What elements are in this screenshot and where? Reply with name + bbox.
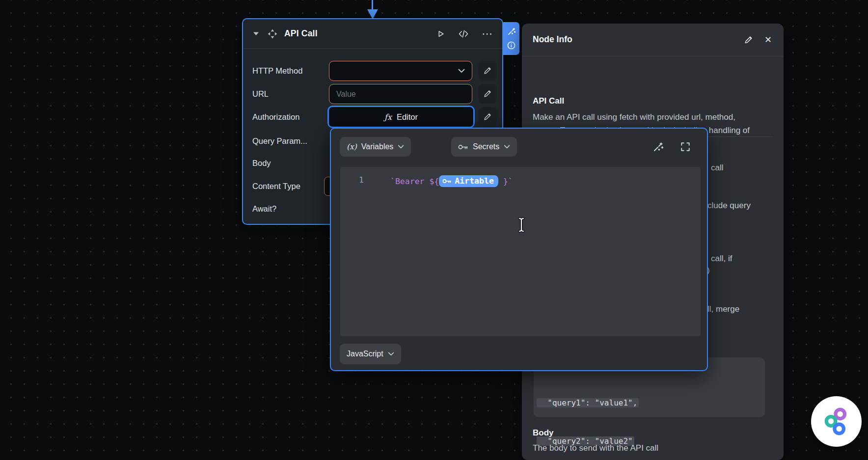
code-line-text: "query1": "value1", — [537, 398, 639, 407]
clipped-text-fragment: ll, merge — [707, 304, 739, 314]
panel-edit-button[interactable] — [744, 35, 753, 45]
info-icon[interactable] — [507, 41, 516, 50]
chevron-down-icon — [398, 145, 404, 149]
fx-icon: ƒx — [384, 112, 392, 122]
authorization-editor-wrap: ƒx Editor — [327, 106, 475, 128]
content-type-label: Content Type — [252, 176, 300, 196]
expression-editor-popup: (x) Variables Secrets — [330, 128, 708, 371]
code-suffix: }` — [498, 177, 513, 186]
http-method-edit-button[interactable] — [478, 61, 497, 81]
fullscreen-icon[interactable] — [680, 141, 691, 152]
body-section-heading: Body — [533, 428, 554, 438]
body-label: Body — [252, 153, 271, 173]
code-text: `Bearer ${ Airtable }` — [390, 175, 513, 187]
canvas[interactable]: API Call ⋯ HTTP Method — [0, 0, 868, 460]
chevron-down-icon — [388, 352, 394, 356]
authorization-label: Authorization — [252, 107, 299, 127]
code-editor-line: 1 `Bearer ${ Airtable }` — [340, 175, 701, 187]
panel-title: Node Info — [533, 34, 572, 45]
node-type-icon — [267, 28, 278, 39]
clipped-text-fragment: call, if — [711, 254, 732, 264]
clipped-text-fragment: clude query — [707, 201, 751, 211]
language-dropdown[interactable]: JavaScript — [340, 344, 401, 364]
http-method-row: HTTP Method — [243, 61, 502, 81]
magic-wand-icon[interactable] — [507, 27, 516, 36]
http-method-label: HTTP Method — [252, 61, 302, 81]
ai-generate-button[interactable] — [652, 141, 664, 153]
secret-chip-label: Airtable — [455, 176, 493, 186]
editor-button-label: Editor — [397, 112, 418, 122]
url-input[interactable] — [329, 84, 472, 104]
body-section-description: The body to send with the API call — [533, 441, 658, 455]
collapse-chevron-icon[interactable] — [253, 31, 259, 36]
authorization-editor-button[interactable]: ƒx Editor — [329, 107, 473, 127]
buildship-logo[interactable] — [811, 396, 862, 447]
line-number: 1 — [356, 175, 364, 187]
secrets-label: Secrets — [473, 142, 499, 151]
run-node-button[interactable] — [435, 29, 445, 39]
authorization-edit-button[interactable] — [478, 107, 497, 127]
chevron-down-icon — [458, 69, 465, 73]
query-params-label: Query Param... — [252, 131, 307, 151]
chevron-down-icon — [504, 145, 510, 149]
node-header: API Call ⋯ — [243, 19, 502, 49]
await-label: Await? — [252, 199, 276, 219]
key-icon — [458, 144, 468, 150]
node-title: API Call — [284, 28, 423, 39]
connection-arrow-icon — [367, 9, 378, 19]
variables-label: Variables — [361, 142, 394, 151]
authorization-row: Authorization ƒx Editor — [243, 107, 502, 127]
code-prefix: `Bearer ${ — [390, 177, 439, 186]
connection-line — [372, 0, 373, 10]
language-label: JavaScript — [347, 350, 383, 358]
code-editor-area[interactable]: 1 `Bearer ${ Airtable }` — [340, 167, 701, 336]
text-cursor-icon — [515, 216, 527, 234]
panel-divider — [522, 56, 784, 56]
panel-close-button[interactable]: ✕ — [764, 34, 772, 45]
code-view-button[interactable] — [458, 29, 469, 39]
clipped-text-fragment: call — [711, 163, 724, 173]
url-row: URL — [243, 84, 502, 104]
secret-chip-airtable[interactable]: Airtable — [439, 175, 498, 187]
key-icon — [442, 178, 452, 184]
url-edit-button[interactable] — [478, 84, 497, 104]
variables-dropdown[interactable]: (x) Variables — [340, 137, 411, 157]
http-method-select[interactable] — [329, 61, 472, 81]
more-options-button[interactable]: ⋯ — [482, 31, 492, 37]
url-input-wrap — [329, 84, 472, 104]
node-side-tab — [503, 22, 519, 55]
panel-node-heading: API Call — [533, 96, 564, 106]
variables-icon: (x) — [347, 142, 357, 151]
url-label: URL — [252, 84, 269, 104]
code-line: "query1": "value1", — [537, 397, 765, 409]
secrets-dropdown[interactable]: Secrets — [451, 137, 517, 157]
